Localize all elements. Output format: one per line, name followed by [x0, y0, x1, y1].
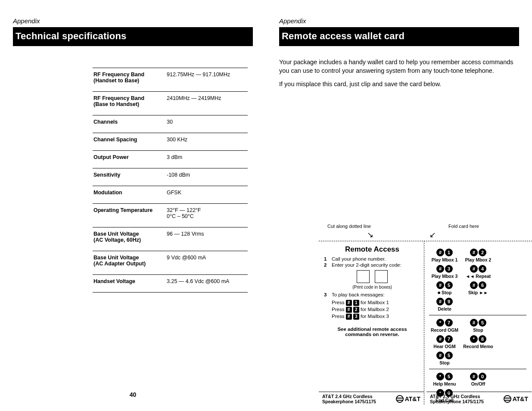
playback-item: Press # 1 for Mailbox 1: [332, 300, 420, 306]
playback-prefix: Press: [332, 300, 346, 305]
key-icon: 8: [479, 335, 486, 343]
instruction-steps: 3To play back messages:: [324, 292, 420, 297]
key-icon: 5: [479, 319, 486, 327]
key-icon: #: [470, 249, 478, 256]
command-group: #1Play Mbox 1 #2Play Mbox 2 #3Play Mbox …: [429, 245, 526, 314]
key-icon: #: [470, 319, 478, 327]
table-row: Base Unit Voltage (AC Adapter Output)9 V…: [93, 251, 248, 275]
spec-value: 32°F — 122°F 0°C – 50°C: [166, 204, 248, 227]
key-icon: 9: [445, 298, 453, 305]
command-item: #4◄◄ Repeat: [463, 265, 494, 279]
dotted-fold-line: [424, 241, 424, 405]
key-icon: 5: [445, 352, 453, 359]
step-item: 1Call your phone number.: [324, 256, 420, 262]
fold-line-hint: Fold card here: [448, 224, 479, 229]
security-code-boxes: [324, 270, 420, 284]
key-icon: #: [470, 265, 478, 273]
specifications-table: RF Frequency Band (Handset to Base)912.7…: [93, 68, 248, 293]
digit-icon: 1: [353, 300, 359, 306]
step-text: To play back messages:: [332, 292, 385, 297]
code-box: [375, 270, 388, 283]
key-icon: 4: [479, 265, 486, 273]
playback-item: Press # 2 for Mailbox 2: [332, 307, 420, 313]
card-footer-right: AT&T 2.4 GHz Cordless Speakerphone 1475/…: [426, 392, 532, 406]
command-label: ◄◄ Repeat: [463, 274, 494, 279]
spec-label: Output Power: [93, 151, 166, 168]
spec-value: 3.25 — 4.6 Vdc @600 mA: [166, 275, 248, 293]
playback-suffix: for Mailbox 3: [359, 314, 389, 319]
code-box: [357, 270, 370, 283]
table-row: Operating Temperature32°F — 122°F 0°C – …: [93, 204, 248, 227]
card-title: Remote Access: [324, 245, 420, 254]
key-icon: #: [436, 249, 444, 256]
body-text: Your package includes a handy wallet car…: [279, 58, 519, 89]
spec-label: Channels: [93, 115, 166, 133]
paragraph: Your package includes a handy wallet car…: [279, 58, 519, 75]
command-label: Play Mbox 3: [429, 274, 460, 279]
print-hint: (Print code in boxes): [324, 285, 420, 290]
brand-text: AT&T: [405, 395, 420, 402]
table-row: Channel Spacing300 KHz: [93, 133, 248, 151]
key-icon: 7: [445, 335, 453, 343]
step-item: 2Enter your 2-digit security code:: [324, 262, 420, 268]
key-icon: #: [436, 265, 444, 273]
pound-icon: #: [346, 314, 352, 320]
product-name: AT&T 2.4 GHz Cordless Speakerphone 1475/…: [430, 394, 484, 404]
card-commands-panel: #1Play Mbox 1 #2Play Mbox 2 #3Play Mbox …: [426, 241, 530, 406]
spec-label: Handset Voltage: [93, 275, 166, 293]
section-label: Appendix: [13, 17, 253, 25]
reverse-side-note: See additional remote access commands on…: [324, 327, 420, 337]
key-icon: #: [436, 335, 444, 343]
table-row: Base Unit Voltage (AC Voltage, 60Hz)96 —…: [93, 227, 248, 251]
key-icon: 6: [479, 281, 486, 289]
command-item: #9Delete: [429, 298, 460, 311]
command-item: *7Record OGM: [429, 319, 460, 333]
spec-value: 9 Vdc @600 mA: [166, 251, 248, 275]
command-item: #0On/Off: [463, 373, 494, 386]
manual-page-left: Appendix Technical specifications RF Fre…: [0, 0, 266, 411]
command-item: *5Help Menu: [429, 373, 460, 386]
command-item: #6Skip ►►: [463, 281, 494, 295]
playback-prefix: Press: [332, 307, 346, 312]
command-item: #5Stop: [463, 319, 494, 333]
paragraph: If you misplace this card, just clip and…: [279, 80, 519, 89]
section-title: Remote access wallet card: [279, 27, 519, 46]
key-icon: 0: [479, 373, 486, 380]
key-icon: 7: [445, 319, 453, 327]
table-row: Sensitivity-108 dBm: [93, 168, 248, 186]
command-label: Hear OGM: [429, 344, 460, 349]
card-front-panel: Remote Access 1Call your phone number. 2…: [319, 241, 424, 337]
playback-item: Press # 3 for Mailbox 3: [332, 314, 420, 320]
command-item: #1Play Mbox 1: [429, 249, 460, 262]
playback-prefix: Press: [332, 314, 346, 319]
command-label: Play Mbox 2: [463, 257, 494, 262]
command-label: Play Mbox 1: [429, 257, 460, 262]
table-row: Handset Voltage3.25 — 4.6 Vdc @600 mA: [93, 275, 248, 293]
table-row: RF Frequency Band (Handset to Base)912.7…: [93, 68, 248, 92]
command-label: Record Memo: [463, 344, 494, 349]
key-icon: 5: [445, 281, 453, 289]
spec-value: -108 dBm: [166, 168, 248, 186]
globe-icon: [504, 395, 511, 403]
att-logo: AT&T: [396, 395, 420, 403]
spec-value: 3 dBm: [166, 151, 248, 168]
att-logo: AT&T: [504, 395, 528, 403]
key-icon: #: [470, 373, 478, 380]
key-icon: #: [436, 281, 444, 289]
card-footer-left: AT&T 2.4 GHz Cordless Speakerphone 1475/…: [319, 392, 424, 406]
command-item: #2Play Mbox 2: [463, 249, 494, 262]
globe-icon: [396, 395, 404, 403]
section-label: Appendix: [279, 17, 519, 25]
spec-label: Operating Temperature: [93, 204, 166, 227]
table-row: RF Frequency Band (Base to Handset)2410M…: [93, 92, 248, 115]
section-title: Technical specifications: [13, 27, 253, 46]
command-label: Stop: [463, 327, 494, 333]
command-item: #7Hear OGM: [429, 335, 460, 349]
spec-label: Base Unit Voltage (AC Adapter Output): [93, 251, 166, 275]
key-icon: 5: [445, 373, 453, 380]
arrow-icon: ↘: [429, 230, 436, 240]
spec-label: Sensitivity: [93, 168, 166, 186]
spec-label: Channel Spacing: [93, 133, 166, 151]
key-icon: 2: [479, 249, 486, 256]
key-icon: 1: [445, 249, 453, 256]
